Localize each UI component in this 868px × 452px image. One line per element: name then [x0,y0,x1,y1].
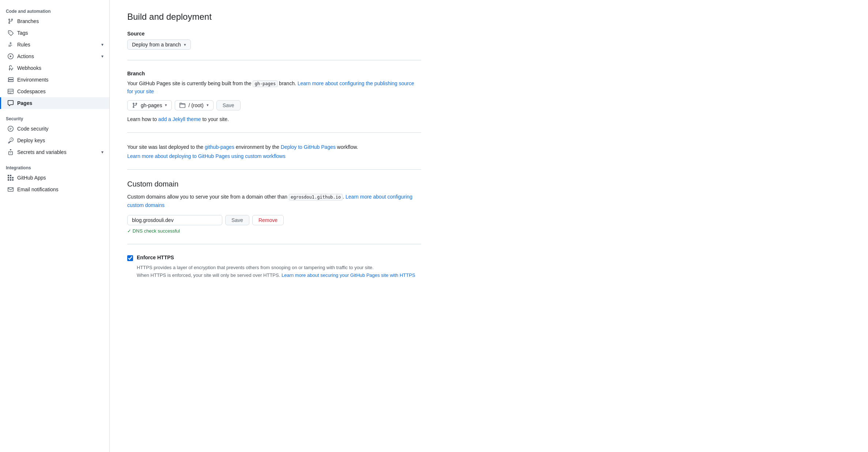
custom-domain-section: Custom domain Custom domains allow you t… [127,180,421,234]
rules-icon [7,41,14,48]
sidebar-item-environments-label: Environments [17,77,103,83]
jekyll-theme-link[interactable]: add a Jekyll theme [158,116,201,122]
jekyll-text: Learn how to add a Jekyll theme to your … [127,116,421,122]
sidebar-section-integrations: Integrations [0,162,109,172]
main-content: Build and deployment Source Deploy from … [110,0,439,452]
source-section: Source Deploy from a branch ▾ [127,31,421,50]
branch-dropdown-btn[interactable]: gh-pages ▾ [127,100,172,110]
sidebar-item-actions[interactable]: Actions ▾ [0,50,109,62]
source-label: Source [127,31,421,37]
source-dropdown[interactable]: Deploy from a branch ▾ [127,39,191,50]
sidebar-item-code-security-label: Code security [17,126,103,132]
folder-dropdown-btn[interactable]: / (root) ▾ [175,100,213,110]
custom-domain-input[interactable] [127,215,222,225]
sidebar-item-tags-label: Tags [17,30,103,36]
enforce-https-section: Enforce HTTPS HTTPS provides a layer of … [127,255,421,279]
source-dropdown-chevron-icon: ▾ [184,42,186,47]
custom-domain-title: Custom domain [127,180,421,188]
sidebar-item-branches[interactable]: Branches [0,15,109,27]
sidebar-item-secrets-variables-label: Secrets and variables [17,149,101,155]
enforce-https-row: Enforce HTTPS [127,255,421,261]
branch-section: Branch Your GitHub Pages site is current… [127,71,421,110]
divider-3 [127,169,421,170]
enforce-https-label: Enforce HTTPS [137,255,174,260]
sidebar-item-codespaces-label: Codespaces [17,88,103,94]
custom-domain-remove-button[interactable]: Remove [252,215,284,225]
sidebar-item-pages[interactable]: Pages [0,97,109,109]
sidebar-item-github-apps-label: GitHub Apps [17,175,103,181]
deployed-text: Your site was last deployed to the githu… [127,143,421,151]
branch-dropdown-chevron-icon: ▾ [165,103,167,108]
sidebar-item-webhooks[interactable]: Webhooks [0,62,109,74]
secrets-icon [7,148,14,156]
webhooks-icon [7,64,14,72]
sidebar-item-rules[interactable]: Rules ▾ [0,39,109,50]
sidebar-item-tags[interactable]: Tags [0,27,109,39]
sidebar-item-secrets-variables[interactable]: Secrets and variables ▾ [0,146,109,158]
sidebar-item-email-notifications-label: Email notifications [17,187,103,192]
branch-dropdown-icon [132,102,138,108]
tag-icon [7,29,14,37]
codespaces-icon [7,88,14,95]
sidebar-item-email-notifications[interactable]: Email notifications [0,184,109,195]
https-learn-link[interactable]: Learn more about securing your GitHub Pa… [282,272,415,278]
sidebar-item-pages-label: Pages [17,100,103,106]
sidebar-item-webhooks-label: Webhooks [17,65,103,71]
divider-4 [127,244,421,244]
actions-chevron-icon: ▾ [101,54,103,59]
sidebar: Code and automation Branches Tags Rules … [0,0,110,452]
workflow-link[interactable]: Deploy to GitHub Pages [281,144,336,150]
sidebar-item-environments[interactable]: Environments [0,74,109,86]
folder-dropdown-label: / (root) [188,102,203,108]
branch-dropdown-label: gh-pages [141,102,162,108]
branch-controls: gh-pages ▾ / (root) ▾ Save [127,100,421,110]
custom-domain-controls: Save Remove [127,215,421,225]
folder-dropdown-chevron-icon: ▾ [207,103,209,108]
env-link[interactable]: github-pages [205,144,234,150]
sidebar-item-code-security[interactable]: Code security [0,123,109,135]
deploy-keys-icon [7,137,14,144]
folder-dropdown-icon [180,102,185,108]
sidebar-section-security: Security [0,113,109,123]
actions-icon [7,53,14,60]
divider-2 [127,132,421,133]
source-dropdown-label: Deploy from a branch [132,42,181,48]
page-title: Build and deployment [127,12,421,22]
sidebar-item-rules-label: Rules [17,42,101,48]
email-icon [7,186,14,193]
deploy-learn-link[interactable]: Learn more about deploying to GitHub Pag… [127,153,286,159]
branch-name-code: gh-pages [253,80,278,87]
sidebar-section-code-automation: Code and automation [0,6,109,15]
branch-icon [7,18,14,25]
sidebar-item-branches-label: Branches [17,18,103,24]
branch-label: Branch [127,71,421,76]
github-io-code: egrosdou1.github.io [289,194,343,200]
sidebar-item-github-apps[interactable]: GitHub Apps [0,172,109,184]
sidebar-item-codespaces[interactable]: Codespaces [0,86,109,97]
environments-icon [7,76,14,83]
dns-success-message: ✓ DNS check successful [127,228,421,234]
custom-domain-desc: Custom domains allow you to serve your s… [127,193,421,209]
rules-chevron-icon: ▾ [101,42,103,47]
divider-1 [127,60,421,60]
enforce-https-desc: HTTPS provides a layer of encryption tha… [137,264,421,279]
sidebar-item-deploy-keys[interactable]: Deploy keys [0,135,109,146]
sidebar-item-deploy-keys-label: Deploy keys [17,138,103,143]
secrets-chevron-icon: ▾ [101,150,103,155]
code-security-icon [7,125,14,132]
branch-save-button[interactable]: Save [216,100,241,110]
custom-domain-save-button[interactable]: Save [225,215,249,225]
sidebar-item-actions-label: Actions [17,53,101,59]
apps-icon [7,174,14,181]
enforce-https-checkbox[interactable] [127,255,133,261]
pages-icon [7,99,14,107]
branch-description: Your GitHub Pages site is currently bein… [127,79,421,96]
